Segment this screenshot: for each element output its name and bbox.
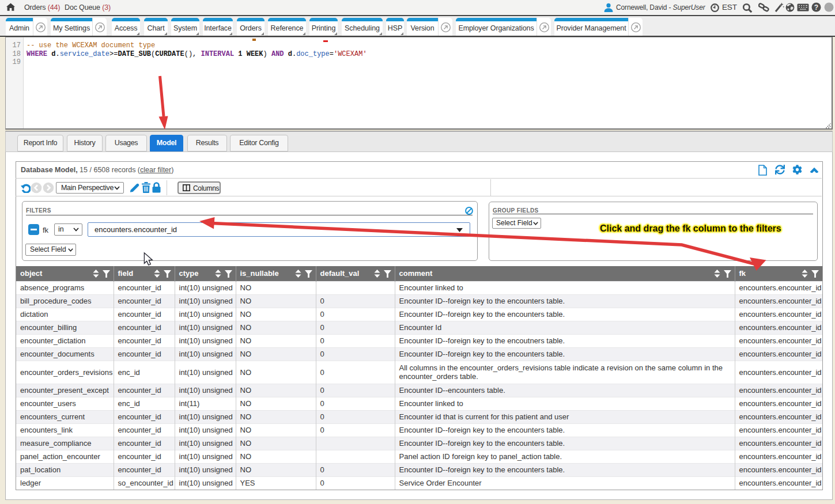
svg-text:?: ? [814,3,818,12]
